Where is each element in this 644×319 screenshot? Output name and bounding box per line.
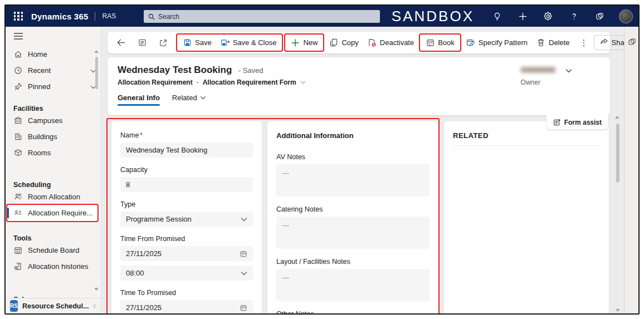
contact-card-icon: [13, 209, 22, 218]
capacity-input[interactable]: 8: [120, 177, 253, 192]
sidebar-item-label: Rooms: [28, 149, 96, 157]
related-section: RELATED: [444, 121, 609, 315]
field-label: Time To Promised: [120, 289, 253, 297]
global-search-box[interactable]: [144, 10, 380, 23]
field-label: Name*: [120, 131, 253, 139]
pattern-calendar-icon: [466, 38, 475, 47]
user-avatar[interactable]: [619, 9, 633, 23]
home-icon: [13, 50, 22, 59]
delete-button[interactable]: Delete: [532, 35, 574, 51]
catering-notes-textarea[interactable]: ---: [276, 217, 430, 249]
form-assist-label: Form assist: [564, 119, 602, 126]
book-button[interactable]: Book: [421, 35, 459, 51]
sidebar-item-allocation-histories[interactable]: Allocation histories: [6, 258, 101, 274]
record-header-card: Wednesday Test Booking - Saved Allocatio…: [108, 57, 610, 115]
specify-pattern-button[interactable]: Specify Pattern: [462, 35, 532, 51]
settings-button[interactable]: [542, 10, 554, 22]
delete-label: Delete: [549, 38, 570, 47]
sidebar-item-buildings[interactable]: Buildings: [6, 129, 101, 145]
show-form-button[interactable]: [133, 35, 151, 51]
sidebar-item-schedule-board[interactable]: Schedule Board: [6, 242, 101, 258]
topbar-right-controls: SANDBOX: [392, 6, 633, 27]
search-input[interactable]: [158, 13, 375, 21]
more-commands-button[interactable]: ⋮: [574, 38, 594, 48]
chevron-down-icon[interactable]: [300, 81, 306, 84]
copy-button[interactable]: Copy: [325, 35, 363, 51]
save-and-close-button[interactable]: Save & Close: [216, 35, 281, 51]
sidebar-scrollbar[interactable]: [94, 50, 99, 295]
layout-facilities-notes-textarea[interactable]: ---: [276, 269, 430, 301]
owner-label: Owner: [521, 78, 572, 86]
scroll-up-icon: [615, 116, 619, 119]
quick-create-button[interactable]: [516, 10, 529, 22]
selected-indicator: [7, 208, 9, 218]
copilot-button[interactable]: [593, 10, 606, 22]
specify-pattern-label: Specify Pattern: [479, 38, 528, 47]
owner-name-redacted: [521, 67, 555, 73]
field-label: Capacity: [120, 166, 253, 174]
new-button[interactable]: New: [286, 35, 322, 51]
calendar-icon[interactable]: [240, 304, 247, 312]
sidebar-item-pinned[interactable]: Pinned: [6, 78, 101, 95]
open-in-new-window-button[interactable]: [154, 35, 172, 51]
help-button[interactable]: [568, 10, 580, 22]
owner-field[interactable]: Owner: [521, 65, 572, 86]
sidebar-item-rooms[interactable]: Rooms: [6, 145, 101, 161]
av-notes-textarea[interactable]: ---: [276, 164, 430, 197]
time-from-field: Time From Promised 27/11/2025: [120, 235, 253, 261]
copilot-side-rail: [624, 27, 640, 313]
name-input[interactable]: Wednesday Test Booking: [120, 143, 253, 158]
app-switcher-footer[interactable]: RS Resource Schedul...: [6, 298, 101, 313]
scroll-down-icon: [94, 288, 99, 291]
related-title: RELATED: [453, 131, 600, 146]
type-field: Type Programme Session: [120, 200, 253, 227]
annotation-box-save-buttons: Save Save & Close: [176, 33, 283, 52]
chevron-down-icon[interactable]: [565, 65, 572, 75]
time-from-date-input[interactable]: 27/11/2025: [120, 246, 253, 261]
sidebar-item-label: Campuses: [28, 116, 96, 125]
tab-related[interactable]: Related: [172, 94, 206, 106]
current-app-name[interactable]: RAS: [102, 12, 116, 20]
sitemap-collapse-button[interactable]: [13, 32, 25, 41]
calendar-icon[interactable]: [240, 250, 247, 258]
deactivate-button[interactable]: Deactivate: [363, 35, 418, 51]
history-doc-icon: [13, 262, 22, 271]
sidebar-item-allocation-requirement[interactable]: Allocation Require...: [6, 205, 101, 221]
required-marker: *: [140, 131, 143, 139]
general-info-section: Name* Wednesday Test Booking Capacity 8 …: [111, 121, 262, 315]
back-arrow-icon: [116, 38, 125, 47]
save-label: Save: [195, 38, 212, 47]
sidebar-item-label: Allocation Require...: [28, 209, 96, 217]
annotation-box-book-button: Book: [419, 33, 461, 52]
time-to-date-input[interactable]: 27/11/2025: [120, 300, 253, 315]
save-button[interactable]: Save: [178, 35, 216, 51]
new-label: New: [303, 38, 318, 47]
deactivate-icon: [368, 38, 377, 47]
type-select[interactable]: Programme Session: [120, 212, 253, 227]
form-selector[interactable]: Allocation Requirement Form: [203, 78, 296, 86]
tab-general-info[interactable]: General Info: [118, 94, 160, 106]
field-label: Time From Promised: [120, 235, 253, 243]
record-title: Wednesday Test Booking: [118, 65, 232, 75]
sidebar-group-tools: Tools: [6, 229, 101, 242]
copilot-rail-button[interactable]: [626, 36, 638, 48]
expand-collapse-icon: [93, 302, 96, 310]
sidebar-item-recent[interactable]: Recent: [6, 62, 101, 78]
form-assist-button[interactable]: Form assist: [547, 115, 608, 129]
back-button[interactable]: [112, 35, 130, 51]
brand-title[interactable]: Dynamics 365: [31, 12, 88, 21]
time-from-time-select[interactable]: 08:00: [120, 266, 253, 281]
environment-label: SANDBOX: [392, 8, 474, 25]
sidebar-item-room-allocation[interactable]: Room Allocation: [6, 189, 101, 205]
lightbulb-button[interactable]: [491, 10, 503, 22]
content-scrollbar[interactable]: [615, 116, 621, 312]
sidebar-item-home[interactable]: Home: [6, 46, 101, 62]
sidebar-item-campuses[interactable]: Campuses: [6, 112, 101, 129]
sidebar-item-label: Buildings: [28, 132, 96, 141]
share-icon: [600, 38, 608, 47]
app-launcher-button[interactable]: [6, 6, 31, 27]
copy-label: Copy: [341, 38, 358, 47]
entity-name: Allocation Requirement: [118, 78, 193, 86]
topbar-divider: [95, 12, 95, 21]
room-cube-icon: [13, 149, 22, 158]
